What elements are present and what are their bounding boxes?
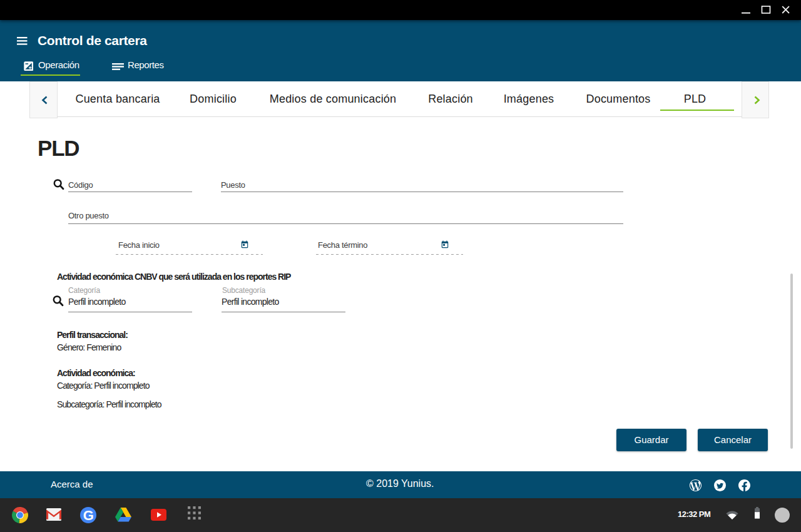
svg-text:G: G: [83, 508, 94, 523]
